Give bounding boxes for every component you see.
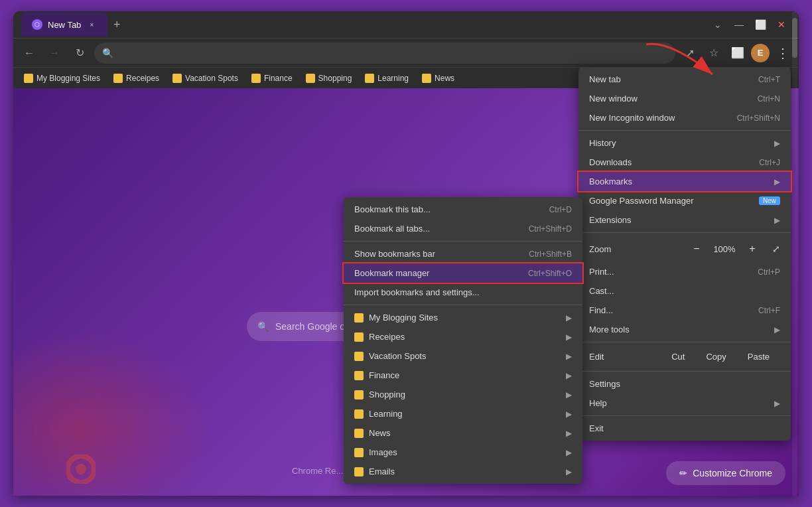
submenu-my-blogging[interactable]: My Blogging Sites ▶ [344,308,582,327]
bookmark-my-blogging[interactable]: My Blogging Sites [19,72,105,85]
submenu-learning[interactable]: Learning ▶ [344,404,582,423]
submenu-news[interactable]: News ▶ [344,423,582,443]
tab-group: ⬡ New Tab × + [21,13,703,36]
folder-icon [354,332,364,342]
submenu-emails[interactable]: Emails ▶ [344,462,582,481]
bookmark-folder-icon [422,74,431,83]
submenu-label: Learning [369,409,555,419]
menu-item-help[interactable]: Help ▶ [578,394,791,413]
submenu-arrow-icon: ▶ [566,409,572,419]
menu-item-more-tools[interactable]: More tools ▶ [578,320,791,339]
folder-icon [354,409,364,419]
submenu-arrow-icon: ▶ [774,216,780,225]
submenu-label: Bookmark all tabs... [354,224,508,234]
menu-item-exit[interactable]: Exit [578,419,791,438]
menu-item-label: More tools [589,325,769,334]
back-button[interactable]: ← [19,42,40,64]
chrome-menu-dropdown: New tab Ctrl+T New window Ctrl+N New Inc… [578,67,791,441]
tab-search-button[interactable]: ⌄ [709,15,727,34]
submenu-bookmark-all-tabs[interactable]: Bookmark all tabs... Ctrl+Shift+D [344,219,582,238]
address-bar[interactable]: 🔍 [94,42,675,64]
scrollbar-thumb[interactable] [792,18,797,58]
submenu-images[interactable]: Images ▶ [344,443,582,462]
minimize-button[interactable]: — [730,15,748,34]
bookmark-label: Receipes [126,74,159,83]
cut-button[interactable]: Cut [661,349,695,364]
menu-item-print[interactable]: Print... Ctrl+P [578,262,791,281]
menu-item-history[interactable]: History ▶ [578,133,791,153]
customize-chrome-button[interactable]: ✏ Customize Chrome [666,461,785,485]
menu-item-new-tab[interactable]: New tab Ctrl+T [578,70,791,89]
edit-label: Edit [589,352,661,362]
bookmark-receipes[interactable]: Receipes [108,72,165,85]
chrome-menu-button[interactable]: ⋮ [772,42,793,64]
bookmark-finance[interactable]: Finance [246,72,298,85]
zoom-plus-button[interactable]: + [743,240,762,258]
menu-item-edit: Edit Cut Copy Paste [578,345,791,368]
title-bar: ⬡ New Tab × + ⌄ — ⬜ ✕ [13,11,799,38]
folder-icon [354,352,364,361]
submenu-import-bookmarks[interactable]: Import bookmarks and settings... [344,283,582,302]
menu-shortcut: Ctrl+N [758,94,780,104]
tab-close-button[interactable]: × [86,19,97,30]
submenu-bookmark-manager[interactable]: Bookmark manager Ctrl+Shift+O [344,263,582,283]
menu-divider [578,130,791,131]
submenu-finance[interactable]: Finance ▶ [344,366,582,385]
menu-item-new-window[interactable]: New window Ctrl+N [578,89,791,108]
menu-item-password-manager[interactable]: Google Password Manager New [578,191,791,210]
menu-item-bookmarks[interactable]: Bookmarks ▶ [578,172,791,191]
menu-item-downloads[interactable]: Downloads Ctrl+J [578,153,791,172]
share-button[interactable]: ➚ [679,42,701,64]
menu-shortcut: Ctrl+Shift+D [529,224,572,234]
profile-button[interactable]: E [751,44,770,62]
menu-item-cast[interactable]: Cast... [578,281,791,301]
submenu-arrow-icon: ▶ [566,313,572,323]
submenu-show-bookmarks-bar[interactable]: Show bookmarks bar Ctrl+Shift+B [344,244,582,263]
reload-button[interactable]: ↻ [69,42,90,64]
bookmark-learning[interactable]: Learning [360,72,414,85]
forward-button[interactable]: → [44,42,65,64]
bookmark-shopping[interactable]: Shopping [301,72,358,85]
submenu-bookmark-tab[interactable]: Bookmark this tab... Ctrl+D [344,200,582,219]
bookmark-button[interactable]: ☆ [703,42,724,64]
menu-item-find[interactable]: Find... Ctrl+F [578,301,791,320]
close-button[interactable]: ✕ [772,15,791,34]
bookmark-folder-icon [172,74,182,83]
submenu-arrow-icon: ▶ [566,332,572,342]
maximize-button[interactable]: ⬜ [751,15,770,34]
menu-divider [578,232,791,233]
paste-button[interactable]: Paste [737,349,780,364]
bookmarks-submenu: Bookmark this tab... Ctrl+D Bookmark all… [344,197,582,484]
submenu-arrow-icon: ▶ [774,399,780,408]
menu-shortcut: Ctrl+F [758,306,780,315]
menu-item-label: Find... [589,305,742,315]
menu-item-extensions[interactable]: Extensions ▶ [578,210,791,230]
submenu-label: Bookmark manager [354,268,507,278]
submenu-shopping[interactable]: Shopping ▶ [344,385,582,404]
menu-shortcut: Ctrl+Shift+N [737,113,780,123]
submenu-arrow-icon: ▶ [774,325,780,334]
active-tab[interactable]: ⬡ New Tab × [21,13,107,36]
browser-frame: ⬡ New Tab × + ⌄ — ⬜ ✕ ← → ↻ 🔍 ➚ ☆ ⬜ E ⋮ [13,11,799,496]
submenu-label: Bookmark this tab... [354,204,528,214]
menu-shortcut: Ctrl+D [549,205,572,214]
scrollbar[interactable] [792,11,797,496]
extensions-button[interactable]: ⬜ [727,42,748,64]
submenu-label: Receipes [369,332,555,342]
zoom-expand-button[interactable]: ⤢ [772,244,780,254]
submenu-vacation-spots[interactable]: Vacation Spots ▶ [344,346,582,366]
folder-icon [354,448,364,457]
submenu-divider [344,305,582,305]
bookmark-vacation[interactable]: Vacation Spots [167,72,243,85]
bookmark-label: Finance [264,74,293,83]
submenu-arrow-icon: ▶ [566,429,572,438]
menu-item-incognito[interactable]: New Incognito window Ctrl+Shift+N [578,108,791,127]
submenu-receipes[interactable]: Receipes ▶ [344,327,582,346]
menu-item-settings[interactable]: Settings [578,374,791,394]
bookmark-news[interactable]: News [417,72,460,85]
zoom-minus-button[interactable]: − [687,240,706,258]
folder-icon [354,390,364,399]
toolbar-right: ➚ ☆ ⬜ E ⋮ [679,42,793,64]
copy-button[interactable]: Copy [695,349,736,364]
new-tab-button[interactable]: + [107,15,126,34]
